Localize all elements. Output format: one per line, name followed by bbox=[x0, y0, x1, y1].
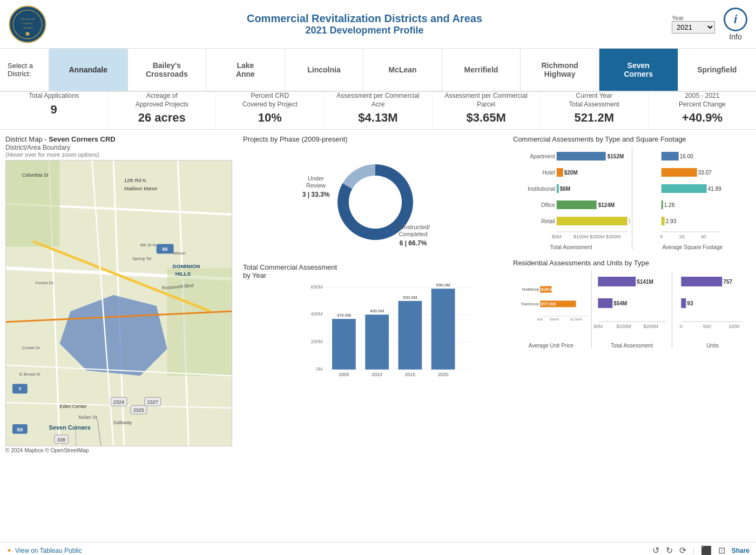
svg-text:$152M: $152M bbox=[608, 153, 624, 159]
header-right: Year 2021 2020 2019 i Info bbox=[672, 8, 747, 41]
svg-rect-148 bbox=[681, 277, 723, 286]
svg-text:200M: 200M bbox=[311, 339, 323, 344]
district-btn-richmond[interactable]: RichmondHighway bbox=[520, 49, 599, 91]
svg-text:Columbia St: Columbia St bbox=[22, 172, 49, 178]
year-label: Year bbox=[672, 15, 684, 21]
view-tableau-label[interactable]: View on Tableau Public bbox=[15, 547, 82, 554]
left-panel: District Map - Seven Corners CRD Distric… bbox=[5, 135, 238, 542]
svg-text:20: 20 bbox=[679, 234, 684, 239]
svg-text:Under: Under bbox=[308, 175, 324, 182]
svg-rect-118 bbox=[661, 168, 697, 177]
svg-text:6 | 66.7%: 6 | 66.7% bbox=[400, 239, 427, 247]
svg-text:2020: 2020 bbox=[438, 372, 449, 376]
svg-text:1.28: 1.28 bbox=[664, 202, 674, 208]
sqft-chart: 16.00 33.07 41.89 1.28 2.93 bbox=[632, 146, 751, 250]
projects-chart-title: Projects by Phase (2009-present) bbox=[243, 135, 508, 143]
district-btn-annandale[interactable]: Annandale bbox=[49, 49, 127, 91]
map-container: 7 50 66 Roosevelt Blvd Columbia St 12th … bbox=[5, 160, 232, 446]
svg-text:41.89: 41.89 bbox=[707, 186, 721, 192]
info-button[interactable]: i Info bbox=[724, 8, 747, 41]
svg-rect-142 bbox=[598, 298, 612, 308]
svg-text:DOMINION: DOMINION bbox=[173, 263, 200, 269]
total-commercial-title: Total Commercial Assessmentby Year bbox=[243, 263, 508, 279]
svg-text:$100M: $100M bbox=[616, 324, 631, 329]
svg-text:Institutional: Institutional bbox=[528, 186, 555, 192]
svg-text:1000: 1000 bbox=[729, 324, 740, 329]
district-btn-springfield[interactable]: Springfield bbox=[678, 49, 757, 91]
units-chart: 757 93 0 500 1000 Units bbox=[672, 270, 751, 349]
svg-text:$219M: $219M bbox=[629, 218, 630, 224]
district-btn-lake-anne[interactable]: LakeAnne bbox=[206, 49, 285, 91]
svg-text:2.93: 2.93 bbox=[665, 218, 676, 224]
svg-text:0M: 0M bbox=[316, 366, 322, 372]
svg-rect-88 bbox=[365, 315, 389, 370]
residential-title: Residential Assessments and Units by Typ… bbox=[513, 259, 751, 267]
district-btn-mclean[interactable]: McLean bbox=[363, 49, 442, 91]
svg-text:COUNTY OF: COUNTY OF bbox=[20, 17, 35, 20]
district-btn-baileys[interactable]: Bailey'sCrossroads bbox=[127, 49, 206, 91]
total-commercial-section: Total Commercial Assessmentby Year 600M … bbox=[243, 263, 508, 390]
header: COUNTY OF FAIRFAX VIRGINIA Commercial Re… bbox=[0, 0, 756, 49]
svg-rect-91 bbox=[399, 301, 422, 370]
svg-rect-122 bbox=[661, 200, 663, 209]
svg-text:$141M: $141M bbox=[637, 279, 653, 285]
sqft-xlabel: Average Square Footage bbox=[634, 244, 751, 250]
svg-rect-124 bbox=[661, 217, 664, 225]
svg-text:500.0M: 500.0M bbox=[403, 295, 417, 300]
svg-text:$124M: $124M bbox=[598, 202, 615, 208]
stats-bar: Total Applications 9 Acreage ofApproved … bbox=[0, 92, 756, 130]
svg-rect-120 bbox=[661, 184, 706, 193]
stat-crd-covered: Percent CRDCovered by Project 10% bbox=[216, 92, 324, 129]
svg-text:$577,929: $577,929 bbox=[541, 302, 556, 306]
svg-text:$200M: $200M bbox=[643, 324, 658, 329]
donut-chart: Under Review 3 | 33.3% Constructed/ Comp… bbox=[243, 145, 508, 259]
footer-right: ↺ ↻ ⟳ | ⬛ ⊡ Share bbox=[652, 545, 750, 555]
svg-text:500: 500 bbox=[703, 324, 711, 329]
svg-text:33.07: 33.07 bbox=[698, 170, 711, 176]
residential-chart: Multifamily $186,691 Townhouse $577,929 … bbox=[513, 270, 751, 349]
district-btn-lincolnia[interactable]: Lincolnia bbox=[285, 49, 363, 91]
map-subtitle: District/Area Boundary bbox=[5, 144, 238, 151]
svg-text:0: 0 bbox=[660, 234, 663, 239]
svg-rect-85 bbox=[332, 319, 356, 370]
svg-text:Review: Review bbox=[306, 182, 326, 189]
units-xlabel: Units bbox=[674, 343, 751, 349]
svg-text:2010: 2010 bbox=[372, 372, 382, 376]
svg-rect-150 bbox=[681, 298, 686, 308]
stat-assessment-acre: Assessment per CommercialAcre $4.13M bbox=[324, 92, 432, 129]
info-icon: i bbox=[724, 8, 747, 31]
assess-chart: Apartment $152M Hotel $20M Institutional… bbox=[513, 146, 632, 250]
stat-acreage: Acreage ofApproved Projects 26 acres bbox=[108, 92, 216, 129]
svg-text:$1,000K: $1,000K bbox=[570, 318, 582, 321]
map-credit: © 2024 Mapbox © OpenStreetMap bbox=[5, 447, 238, 453]
year-select[interactable]: 2021 2020 2019 bbox=[672, 21, 715, 34]
svg-text:93: 93 bbox=[687, 300, 694, 306]
download-icon[interactable]: ⬛ bbox=[701, 545, 712, 555]
redo-icon[interactable]: ↻ bbox=[666, 545, 673, 555]
svg-text:2005: 2005 bbox=[339, 372, 349, 376]
svg-text:2015: 2015 bbox=[405, 372, 416, 376]
footer: ✦ View on Tableau Public ↺ ↻ ⟳ | ⬛ ⊡ Sha… bbox=[0, 542, 756, 555]
fullscreen-icon[interactable]: ⊡ bbox=[718, 545, 725, 555]
svg-text:2325: 2325 bbox=[133, 407, 144, 413]
district-btn-merrifield[interactable]: Merrifield bbox=[442, 49, 521, 91]
svg-text:600M: 600M bbox=[311, 284, 323, 290]
residential-section: Residential Assessments and Units by Typ… bbox=[513, 259, 751, 349]
share-button[interactable]: Share bbox=[732, 547, 750, 554]
svg-rect-94 bbox=[431, 289, 455, 370]
svg-rect-107 bbox=[557, 200, 597, 209]
district-bar: Select aDistrict: Annandale Bailey'sCros… bbox=[0, 49, 756, 92]
commercial-assess-title: Commercial Assessments by Type and Squar… bbox=[513, 135, 751, 143]
svg-text:400M: 400M bbox=[311, 311, 323, 317]
svg-text:757: 757 bbox=[724, 279, 733, 285]
svg-text:Wilson: Wilson bbox=[173, 251, 186, 256]
undo-icon[interactable]: ↺ bbox=[652, 545, 659, 555]
svg-text:$0K: $0K bbox=[537, 318, 543, 321]
svg-rect-101 bbox=[557, 168, 563, 177]
header-title: Commercial Revitalization Districts and … bbox=[57, 12, 672, 36]
district-btn-seven-corners[interactable]: SevenCorners bbox=[599, 49, 678, 91]
map-title: District Map - Seven Corners CRD bbox=[5, 135, 238, 143]
svg-text:Hotel: Hotel bbox=[542, 170, 555, 176]
revert-icon[interactable]: ⟳ bbox=[679, 545, 686, 555]
info-label: Info bbox=[729, 32, 741, 41]
